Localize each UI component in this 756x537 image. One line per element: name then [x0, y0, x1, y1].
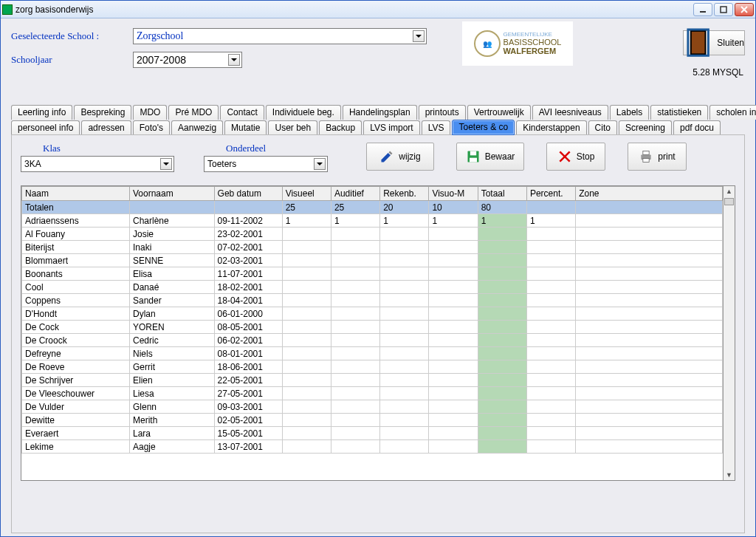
cell[interactable]: 06-02-2001 [214, 334, 282, 347]
table-row[interactable]: De VulderGlenn09-03-2001 [22, 400, 723, 414]
cell[interactable] [331, 414, 379, 427]
print-button[interactable]: print [628, 143, 687, 171]
cell[interactable]: Glenn [130, 400, 215, 414]
minimize-button[interactable] [693, 3, 712, 16]
cell[interactable] [380, 360, 429, 374]
cell[interactable] [429, 374, 478, 387]
cell[interactable]: De Roeve [22, 360, 130, 374]
cell[interactable] [380, 347, 429, 360]
cell[interactable]: Adriaenssens [22, 214, 130, 228]
tab-individuele-beg-[interactable]: Individuele beg. [266, 105, 341, 120]
cell[interactable]: 10 [429, 201, 478, 214]
cell[interactable] [282, 440, 331, 454]
cell[interactable] [331, 254, 379, 267]
cell[interactable] [429, 400, 478, 414]
table-row[interactable]: De CockYOREN08-05-2001 [22, 321, 723, 334]
cell[interactable] [576, 360, 723, 374]
cell[interactable] [282, 414, 331, 427]
cell[interactable] [331, 307, 379, 321]
cell[interactable] [331, 241, 379, 254]
cell[interactable]: Biterijst [22, 241, 130, 254]
school-select[interactable]: Zorgschool [133, 28, 427, 44]
cell[interactable]: Coppens [22, 294, 130, 307]
cell[interactable]: De Cock [22, 321, 130, 334]
cell[interactable] [526, 281, 575, 294]
cell[interactable]: Totalen [22, 201, 130, 214]
cell[interactable]: 27-05-2001 [214, 387, 282, 400]
cell[interactable]: Everaert [22, 427, 130, 440]
cell[interactable]: 23-02-2001 [214, 228, 282, 241]
cell[interactable] [576, 321, 723, 334]
cell[interactable] [526, 228, 575, 241]
cell[interactable] [282, 294, 331, 307]
cell[interactable]: Charlène [130, 214, 215, 228]
cell[interactable] [478, 360, 526, 374]
cell[interactable] [429, 307, 478, 321]
column-header[interactable]: Rekenb. [380, 187, 429, 201]
cell[interactable]: 11-07-2001 [214, 267, 282, 281]
cell[interactable] [429, 387, 478, 400]
table-row[interactable]: AdriaenssensCharlène09-11-2002111111 [22, 214, 723, 228]
tab-statistieken[interactable]: statistieken [650, 105, 708, 120]
cell[interactable]: 1 [331, 214, 379, 228]
year-select[interactable]: 2007-2008 [133, 52, 242, 68]
cell[interactable]: 15-05-2001 [214, 427, 282, 440]
klas-select[interactable]: 3KA [21, 156, 174, 172]
cell[interactable] [526, 241, 575, 254]
cell[interactable] [331, 281, 379, 294]
tab-labels[interactable]: Labels [610, 105, 649, 120]
cell[interactable] [478, 414, 526, 427]
cell[interactable]: Inaki [130, 241, 215, 254]
column-header[interactable]: Visuo-M [429, 187, 478, 201]
cell[interactable] [380, 267, 429, 281]
column-header[interactable]: Visueel [282, 187, 331, 201]
cell[interactable] [576, 254, 723, 267]
cell[interactable]: Liesa [130, 387, 215, 400]
table-row[interactable]: D'HondtDylan06-01-2000 [22, 307, 723, 321]
tab-vertrouwelijk[interactable]: Vertrouwelijk [467, 105, 531, 120]
cell[interactable] [429, 241, 478, 254]
cell[interactable] [478, 427, 526, 440]
cell[interactable] [429, 347, 478, 360]
cell[interactable] [478, 241, 526, 254]
cell[interactable] [282, 427, 331, 440]
tab-leerling-info[interactable]: Leerling info [11, 105, 72, 120]
table-row[interactable]: CoolDanaé18-02-2001 [22, 281, 723, 294]
tab-kinderstappen[interactable]: Kinderstappen [516, 120, 586, 135]
tab-user-beh[interactable]: User beh [268, 120, 317, 135]
cell[interactable] [331, 334, 379, 347]
cell[interactable]: Defreyne [22, 347, 130, 360]
cell[interactable] [282, 281, 331, 294]
cell[interactable] [576, 214, 723, 228]
cell[interactable]: 02-03-2001 [214, 254, 282, 267]
cell[interactable]: Lara [130, 427, 215, 440]
tab-lvs[interactable]: LVS [422, 120, 451, 135]
cell[interactable]: 22-05-2001 [214, 374, 282, 387]
cell[interactable] [282, 307, 331, 321]
cell[interactable] [380, 294, 429, 307]
table-row[interactable]: De RoeveGerrit18-06-2001 [22, 360, 723, 374]
cell[interactable] [282, 334, 331, 347]
cell[interactable] [380, 321, 429, 334]
cell[interactable] [331, 440, 379, 454]
table-row[interactable]: LekimeAagje13-07-2001 [22, 440, 723, 454]
cell[interactable] [576, 267, 723, 281]
cell[interactable] [478, 294, 526, 307]
stop-button[interactable]: Stop [546, 143, 605, 171]
cell[interactable] [429, 281, 478, 294]
table-row[interactable]: Al FouanyJosie23-02-2001 [22, 228, 723, 241]
cell[interactable] [478, 281, 526, 294]
cell[interactable] [282, 321, 331, 334]
cell[interactable]: 18-06-2001 [214, 360, 282, 374]
cell[interactable] [380, 374, 429, 387]
cell[interactable] [478, 334, 526, 347]
cell[interactable] [576, 374, 723, 387]
cell[interactable] [526, 347, 575, 360]
cell[interactable] [526, 400, 575, 414]
cell[interactable] [478, 228, 526, 241]
cell[interactable]: Cool [22, 281, 130, 294]
cell[interactable] [380, 400, 429, 414]
cell[interactable] [429, 360, 478, 374]
cell[interactable] [526, 254, 575, 267]
cell[interactable] [526, 387, 575, 400]
